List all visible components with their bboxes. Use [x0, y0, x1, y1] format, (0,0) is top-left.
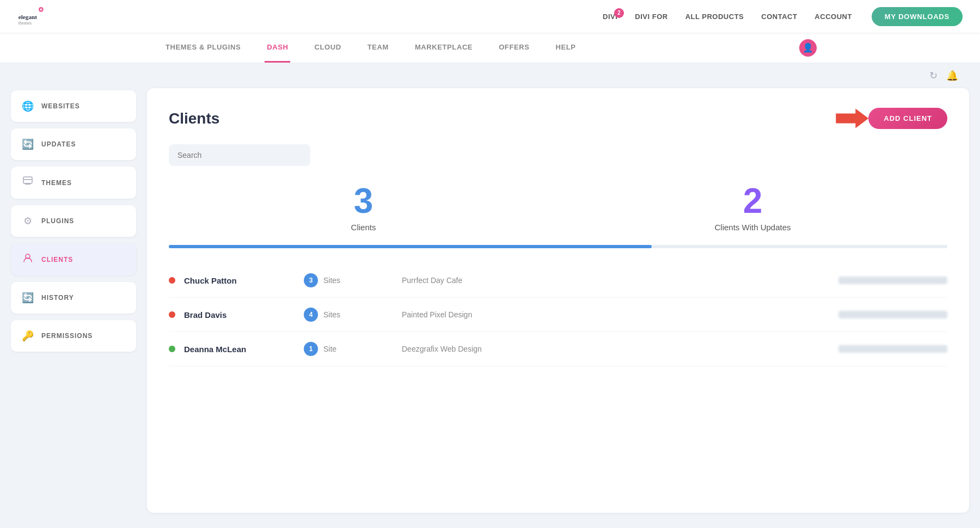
svg-text:elegant: elegant [19, 14, 38, 20]
clients-updates-count: 2 [558, 183, 947, 218]
sec-nav-dash[interactable]: DASH [265, 33, 290, 63]
clients-list: Chuck Patton 3 Sites Purrfect Day Cafe B… [169, 263, 947, 366]
table-row[interactable]: Chuck Patton 3 Sites Purrfect Day Cafe [169, 263, 947, 298]
sidebar-item-websites[interactable]: 🌐 WEBSITES [11, 90, 136, 122]
sec-nav-themes-plugins[interactable]: THEMES & PLUGINS [163, 33, 243, 63]
profile-icon: 👤 [799, 39, 817, 57]
bell-icon[interactable]: 🔔 [946, 70, 958, 82]
arrow-indicator [836, 109, 868, 128]
search-input[interactable] [169, 144, 310, 166]
divi-badge: 2 [614, 8, 624, 18]
themes-icon [22, 176, 34, 189]
sec-nav-team[interactable]: TEAM [365, 33, 391, 63]
plugins-icon: ⚙ [22, 215, 34, 227]
svg-rect-5 [23, 177, 32, 183]
client-sites: 4 Sites [304, 308, 402, 322]
client-name: Deanna McLean [184, 345, 304, 354]
progress-bar [169, 245, 947, 248]
sec-nav-help[interactable]: HELP [553, 33, 578, 63]
clients-icon [22, 253, 34, 266]
sidebar-label-clients: CLIENTS [41, 256, 73, 263]
client-name: Brad Davis [184, 310, 304, 320]
add-client-button[interactable]: ADD CLIENT [868, 108, 947, 129]
add-client-wrapper: ADD CLIENT [836, 108, 947, 129]
sidebar-label-permissions: PERMISSIONS [41, 332, 93, 340]
top-nav-links-group: DIVI 2 DIVI FOR ALL PRODUCTS CONTACT ACC… [603, 7, 963, 26]
page-header: Clients ADD CLIENT [169, 108, 947, 129]
top-nav-links: DIVI 2 DIVI FOR ALL PRODUCTS CONTACT ACC… [603, 13, 852, 21]
sites-label: Sites [323, 310, 340, 319]
svg-rect-6 [23, 179, 32, 180]
client-company: Painted Pixel Design [402, 310, 838, 319]
client-sites: 3 Sites [304, 273, 402, 287]
clients-label: Clients [169, 223, 558, 232]
sec-nav-cloud[interactable]: CLOUD [312, 33, 343, 63]
clients-updates-label: Clients With Updates [558, 223, 947, 232]
nav-link-account[interactable]: ACCOUNT [814, 13, 852, 21]
sidebar-label-themes: THEMES [41, 179, 72, 187]
page-title: Clients [169, 110, 219, 127]
nav-link-contact[interactable]: CONTACT [761, 13, 797, 21]
profile-area[interactable]: 👤 [799, 39, 817, 57]
sidebar-item-themes[interactable]: THEMES [11, 167, 136, 199]
sites-label: Sites [323, 276, 340, 285]
globe-icon: 🌐 [22, 100, 34, 112]
permissions-icon: 🔑 [22, 330, 34, 342]
sidebar-label-websites: WEBSITES [41, 102, 80, 110]
my-downloads-button[interactable]: MY DOWNLOADS [872, 7, 963, 26]
sec-nav-marketplace[interactable]: MARKETPLACE [413, 33, 475, 63]
sidebar-item-plugins[interactable]: ⚙ PLUGINS [11, 205, 136, 237]
top-nav: elegant themes DIVI 2 DIVI FOR ALL PRODU… [0, 0, 980, 33]
client-sites: 1 Site [304, 342, 402, 356]
stat-clients: 3 Clients [169, 183, 558, 232]
status-dot [169, 311, 175, 318]
sidebar-item-updates[interactable]: 🔄 UPDATES [11, 128, 136, 160]
nav-link-divi[interactable]: DIVI 2 [603, 13, 617, 21]
sites-badge: 1 [304, 342, 318, 356]
sites-badge: 4 [304, 308, 318, 322]
refresh-icon[interactable]: ↻ [929, 70, 938, 82]
status-dot [169, 346, 175, 352]
sites-badge: 3 [304, 273, 318, 287]
client-url-blurred [838, 311, 947, 318]
svg-text:themes: themes [19, 20, 32, 26]
sidebar-item-history[interactable]: 🔄 HISTORY [11, 282, 136, 314]
sidebar-label-history: HISTORY [41, 294, 74, 302]
client-url-blurred [838, 277, 947, 284]
client-company: Deezgrafix Web Design [402, 345, 838, 353]
updates-icon: 🔄 [22, 138, 34, 150]
secondary-nav: THEMES & PLUGINS DASH CLOUD TEAM MARKETP… [0, 33, 980, 63]
table-row[interactable]: Brad Davis 4 Sites Painted Pixel Design [169, 298, 947, 332]
content-area: Clients ADD CLIENT 3 Clients 2 Clients W… [147, 88, 969, 513]
logo: elegant themes [17, 5, 46, 27]
nav-link-all-products[interactable]: ALL PRODUCTS [685, 13, 744, 21]
status-dot [169, 277, 175, 284]
sec-nav-offers[interactable]: OFFERS [497, 33, 531, 63]
sites-label: Site [323, 345, 336, 353]
history-icon: 🔄 [22, 292, 34, 304]
client-name: Chuck Patton [184, 276, 304, 285]
sidebar-label-updates: UPDATES [41, 140, 76, 148]
sidebar-label-plugins: PLUGINS [41, 217, 74, 225]
main-layout: 🌐 WEBSITES 🔄 UPDATES THEMES ⚙ PLUGINS CL… [0, 88, 980, 524]
client-url-blurred [838, 345, 947, 353]
client-company: Purrfect Day Cafe [402, 276, 838, 285]
stat-clients-updates: 2 Clients With Updates [558, 183, 947, 232]
clients-count: 3 [169, 183, 558, 218]
svg-rect-7 [25, 183, 30, 185]
stats-row: 3 Clients 2 Clients With Updates [169, 183, 947, 232]
table-row[interactable]: Deanna McLean 1 Site Deezgrafix Web Desi… [169, 332, 947, 366]
progress-bar-fill [169, 245, 652, 248]
sidebar-item-clients[interactable]: CLIENTS [11, 243, 136, 275]
sidebar: 🌐 WEBSITES 🔄 UPDATES THEMES ⚙ PLUGINS CL… [11, 88, 136, 513]
sidebar-item-permissions[interactable]: 🔑 PERMISSIONS [11, 320, 136, 352]
nav-link-divi-for[interactable]: DIVI FOR [635, 13, 667, 21]
action-bar: ↻ 🔔 [0, 63, 980, 88]
